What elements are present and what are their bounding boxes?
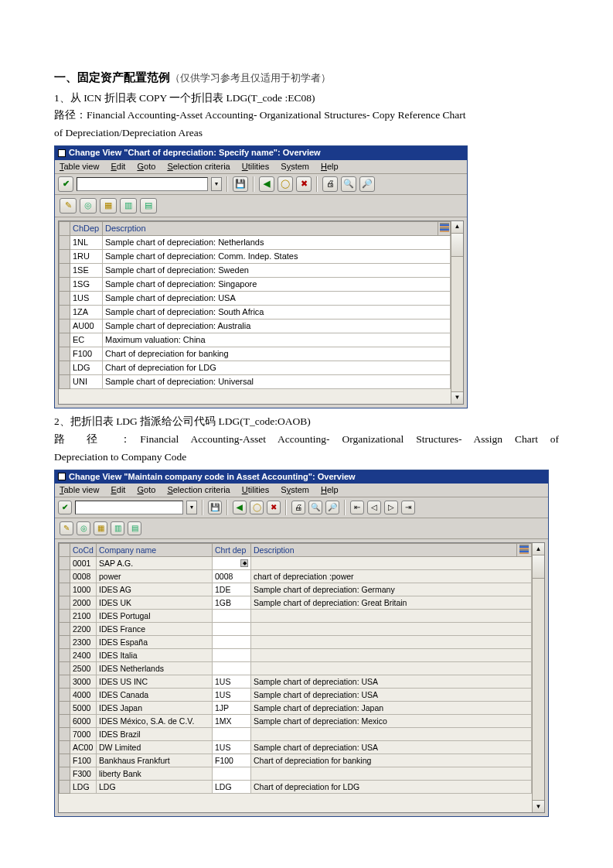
cell-chrt-dep[interactable] — [213, 610, 251, 623]
find-next-button[interactable]: 🔎 — [359, 176, 375, 192]
cell-chdep[interactable]: 1SG — [70, 277, 103, 291]
cell-chdep[interactable]: UNI — [70, 374, 103, 388]
vertical-scrollbar[interactable]: ▲ ▼ — [451, 221, 463, 404]
cell-chrt-dep[interactable] — [213, 728, 251, 741]
enter-button[interactable]: ✔ — [58, 176, 73, 192]
cell-description[interactable]: Sample chart of depreciation: Comm. Inde… — [103, 249, 451, 263]
cell-chrt-dep[interactable]: 1US — [213, 689, 251, 702]
table-row[interactable]: 2500IDES Netherlands — [60, 662, 532, 675]
last-page-button[interactable]: ⇥ — [401, 501, 415, 514]
row-selector[interactable] — [60, 263, 70, 277]
select-block-button[interactable]: ▥ — [111, 521, 124, 535]
cell-description[interactable]: Sample chart of depreciation: Singapore — [103, 277, 451, 291]
menu-system[interactable]: System — [281, 162, 309, 171]
cell-chrt-dep[interactable]: 1GB — [213, 596, 251, 610]
row-selector[interactable] — [60, 636, 70, 649]
cell-chdep[interactable]: F100 — [70, 347, 103, 361]
cell-chdep[interactable]: 1SE — [70, 263, 103, 277]
table-row[interactable]: 2000IDES UK1GBSample chart of depreciati… — [60, 596, 532, 610]
command-field[interactable] — [75, 501, 183, 514]
table-row[interactable]: UNISample chart of depreciation: Univers… — [60, 374, 451, 388]
table-row[interactable]: LDGLDGLDGChart of depreciation for LDG — [60, 781, 532, 794]
cell-chrt-dep[interactable] — [213, 662, 251, 675]
menu-edit[interactable]: Edit — [111, 485, 125, 494]
col-description[interactable]: Description — [251, 543, 517, 557]
command-dropdown[interactable]: ▾ — [211, 177, 222, 191]
vertical-scrollbar[interactable]: ▲ ▼ — [532, 543, 544, 812]
f4-help-button[interactable]: ◆ — [240, 559, 248, 567]
back-button[interactable]: ◀ — [233, 501, 247, 514]
cell-chdep[interactable]: 1ZA — [70, 305, 103, 319]
col-chdep[interactable]: ChDep — [70, 221, 103, 235]
cancel-button[interactable]: ✖ — [267, 501, 281, 514]
cell-chrt-dep[interactable]: 0008 — [213, 570, 251, 583]
cell-description[interactable]: Sample chart of depreciation: Australia — [103, 319, 451, 333]
row-selector[interactable] — [60, 277, 70, 291]
next-page-button[interactable]: ▷ — [384, 501, 398, 514]
menu-tableview[interactable]: Table view — [60, 162, 99, 171]
row-selector[interactable] — [60, 319, 70, 333]
menu-edit[interactable]: Edit — [111, 162, 125, 171]
menu-selection[interactable]: Selection criteria — [167, 162, 230, 171]
cell-description[interactable]: Sample chart of depreciation: USA — [103, 291, 451, 305]
table-row[interactable]: 1RUSample chart of depreciation: Comm. I… — [60, 249, 451, 263]
change-display-button[interactable]: ✎ — [60, 198, 77, 214]
cell-chrt-dep[interactable]: F100 — [213, 754, 251, 767]
deselect-all-button[interactable]: ▤ — [128, 521, 141, 535]
scroll-thumb[interactable] — [533, 555, 544, 579]
table-settings-button[interactable] — [438, 221, 451, 235]
scroll-thumb[interactable] — [451, 234, 463, 257]
print-button[interactable]: 🖨 — [322, 176, 338, 192]
cell-description[interactable]: Sample chart of depreciation: Universal — [103, 374, 451, 388]
cell-chrt-dep[interactable]: 1US — [213, 675, 251, 689]
enter-button[interactable]: ✔ — [58, 501, 72, 514]
scroll-down-button[interactable]: ▼ — [451, 391, 463, 404]
table-row[interactable]: 6000IDES México, S.A. de C.V.1MXSample c… — [60, 715, 532, 728]
cell-chrt-dep[interactable]: 1US — [213, 741, 251, 754]
menu-system[interactable]: System — [281, 485, 309, 494]
cell-chdep[interactable]: 1US — [70, 291, 103, 305]
first-page-button[interactable]: ⇤ — [350, 501, 364, 514]
cell-chrt-dep[interactable] — [213, 649, 251, 662]
cell-description[interactable]: Sample chart of depreciation: Netherland… — [103, 235, 451, 249]
deselect-all-button[interactable]: ▤ — [140, 198, 157, 214]
scroll-down-button[interactable]: ▼ — [533, 800, 544, 812]
cell-chrt-dep[interactable]: LDG — [213, 781, 251, 794]
row-selector[interactable] — [60, 583, 70, 596]
table-row[interactable]: 5000IDES Japan1JPSample chart of depreci… — [60, 702, 532, 715]
table-row[interactable]: 2200IDES France — [60, 623, 532, 636]
cell-chdep[interactable]: LDG — [70, 361, 103, 374]
row-selector[interactable] — [60, 235, 70, 249]
table-row[interactable]: AU00Sample chart of depreciation: Austra… — [60, 319, 451, 333]
menu-help[interactable]: Help — [321, 162, 339, 171]
table-row[interactable]: 1SGSample chart of depreciation: Singapo… — [60, 277, 451, 291]
row-selector[interactable] — [60, 291, 70, 305]
exit-button[interactable]: ◯ — [278, 176, 293, 192]
cell-chrt-dep[interactable]: 1JP — [213, 702, 251, 715]
menu-help[interactable]: Help — [321, 485, 339, 494]
select-block-button[interactable]: ▥ — [120, 198, 137, 214]
cell-chrt-dep[interactable]: 1DE — [213, 583, 251, 596]
row-selector[interactable] — [60, 781, 70, 794]
table-row[interactable]: ECMaximum valuation: China — [60, 333, 451, 347]
menu-goto[interactable]: Goto — [137, 485, 155, 494]
cell-chdep[interactable]: EC — [70, 333, 103, 347]
cell-chrt-dep[interactable]: 1MX — [213, 715, 251, 728]
row-selector[interactable] — [60, 361, 70, 374]
cell-chdep[interactable]: 1RU — [70, 249, 103, 263]
row-selector[interactable] — [60, 675, 70, 689]
table-row[interactable]: 4000IDES Canada1USSample chart of deprec… — [60, 689, 532, 702]
save-button[interactable]: 💾 — [208, 501, 222, 514]
table-row[interactable]: 2100IDES Portugal — [60, 610, 532, 623]
cell-chdep[interactable]: 1NL — [70, 235, 103, 249]
cell-description[interactable]: Chart of depreciation for LDG — [103, 361, 451, 374]
table-row[interactable]: AC00DW Limited1USSample chart of depreci… — [60, 741, 532, 754]
col-rowsel[interactable] — [60, 221, 70, 235]
row-selector[interactable] — [60, 728, 70, 741]
table-row[interactable]: 2300IDES España — [60, 636, 532, 649]
cell-description[interactable]: Sample chart of depreciation: Sweden — [103, 263, 451, 277]
details-button[interactable]: ◎ — [77, 521, 90, 535]
table-row[interactable]: 1SESample chart of depreciation: Sweden — [60, 263, 451, 277]
cell-chdep[interactable]: AU00 — [70, 319, 103, 333]
row-selector[interactable] — [60, 649, 70, 662]
